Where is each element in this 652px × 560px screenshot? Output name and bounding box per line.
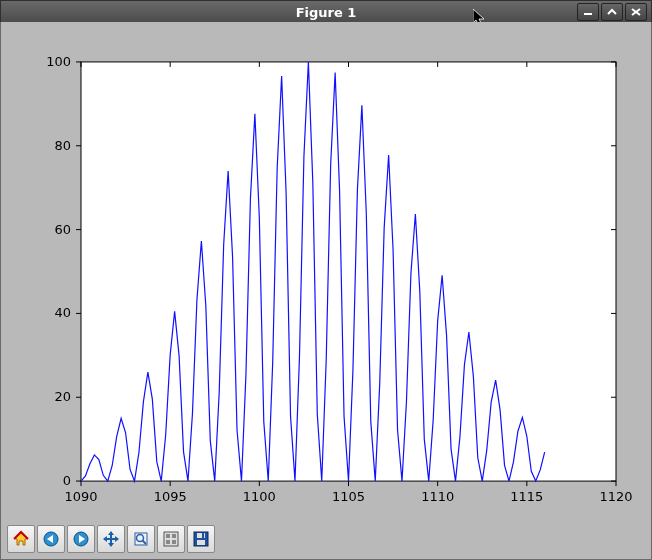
matplotlib-toolbar [7, 525, 215, 553]
svg-rect-48 [172, 534, 176, 538]
move-icon [102, 530, 120, 548]
x-tick-label: 1090 [64, 489, 97, 504]
svg-rect-50 [172, 540, 176, 544]
pan-button[interactable] [97, 525, 125, 553]
x-tick-label: 1110 [421, 489, 454, 504]
zoom-icon [132, 530, 150, 548]
y-tick-label: 20 [54, 389, 71, 404]
svg-rect-47 [166, 534, 170, 538]
y-tick-label: 60 [54, 222, 71, 237]
svg-rect-53 [202, 533, 204, 538]
svg-rect-49 [166, 540, 170, 544]
y-tick-label: 0 [63, 473, 71, 488]
svg-rect-54 [197, 540, 205, 545]
maximize-button[interactable] [601, 3, 623, 21]
x-tick-label: 1100 [243, 489, 276, 504]
x-tick-label: 1120 [599, 489, 632, 504]
back-button[interactable] [37, 525, 65, 553]
y-tick-label: 40 [54, 305, 71, 320]
plot-canvas[interactable]: 1090109511001105111011151120020406080100 [11, 32, 641, 519]
svg-marker-39 [108, 531, 114, 535]
save-button[interactable] [187, 525, 215, 553]
svg-marker-40 [108, 543, 114, 547]
svg-rect-4 [81, 62, 616, 481]
window-buttons [577, 3, 647, 21]
zoom-button[interactable] [127, 525, 155, 553]
x-tick-label: 1095 [154, 489, 187, 504]
chart-svg: 1090109511001105111011151120020406080100 [11, 32, 641, 519]
minimize-button[interactable] [577, 3, 599, 21]
close-button[interactable] [625, 3, 647, 21]
home-icon [12, 530, 30, 548]
x-tick-label: 1105 [332, 489, 365, 504]
window-title: Figure 1 [1, 5, 651, 20]
svg-marker-41 [103, 536, 107, 542]
svg-marker-42 [115, 536, 119, 542]
arrow-right-icon [72, 530, 90, 548]
save-icon [192, 530, 210, 548]
subplots-icon [162, 530, 180, 548]
home-button[interactable] [7, 525, 35, 553]
x-tick-label: 1115 [510, 489, 543, 504]
arrow-left-icon [42, 530, 60, 548]
y-tick-label: 80 [54, 138, 71, 153]
client-area: 1090109511001105111011151120020406080100 [0, 22, 652, 560]
forward-button[interactable] [67, 525, 95, 553]
window-titlebar: Figure 1 [0, 0, 652, 24]
subplots-button[interactable] [157, 525, 185, 553]
y-tick-label: 100 [46, 54, 71, 69]
